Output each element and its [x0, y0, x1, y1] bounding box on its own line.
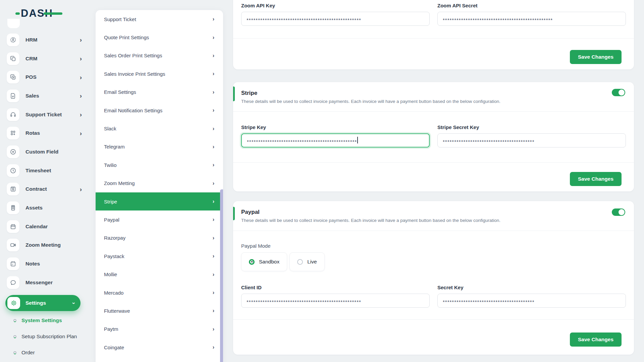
settings-menu-item-sales-order-print-settings[interactable]: Sales Order Print Settings ›: [96, 47, 223, 65]
zoom-api-key-label: Zoom API Key: [241, 3, 430, 8]
sidebar-item-rotas[interactable]: Rotas ›: [0, 124, 88, 142]
zoom-api-key-input[interactable]: ****************************************…: [241, 12, 430, 26]
panel-scrollbar[interactable]: [220, 189, 223, 362]
settings-menu-item-flutterwave[interactable]: Flutterwave ›: [96, 302, 223, 320]
settings-menu-item-sales-invoice-print-settings[interactable]: Sales Invoice Print Settings ›: [96, 65, 223, 83]
stripe-secret-key-label: Stripe Secret Key: [437, 124, 626, 130]
settings-menu-item-paypal[interactable]: Paypal ›: [96, 210, 223, 229]
settings-menu-item-coingate[interactable]: Coingate ›: [96, 338, 223, 356]
chevron-down-icon: ›: [71, 302, 77, 304]
sidebar-item-messenger[interactable]: Messenger ›: [0, 273, 88, 292]
chevron-right-icon: ›: [80, 55, 82, 62]
chevron-right-icon: ›: [80, 111, 82, 118]
menu-item-label: Telegram: [104, 144, 125, 149]
settings-menu-item-email-notification-settings[interactable]: Email Notification Settings ›: [96, 101, 223, 119]
chevron-right-icon: ›: [213, 217, 214, 222]
sidebar-item-crm[interactable]: CRM ›: [0, 49, 88, 68]
paypal-enabled-toggle[interactable]: [612, 208, 625, 216]
paypal-settings-card: Paypal These details will be used to col…: [233, 201, 634, 355]
chevron-right-icon: ›: [213, 71, 214, 76]
settings-menu-item-slack[interactable]: Slack ›: [96, 119, 223, 137]
sidebar-item-label: POS: [25, 74, 37, 80]
sidebar-item-label: Calendar: [25, 224, 48, 230]
sales-doc-icon: [7, 89, 19, 102]
stripe-secret-key-input[interactable]: ****************************************: [437, 133, 626, 147]
chevron-right-icon: ›: [213, 144, 214, 149]
sidebar-item-pos[interactable]: POS ›: [0, 68, 88, 86]
sidebar-item-custom-field[interactable]: Custom Field ›: [0, 142, 88, 161]
zoom-api-secret-input[interactable]: ****************************************…: [437, 12, 626, 26]
settings-menu-item-mercado[interactable]: Mercado ›: [96, 284, 223, 302]
sidebar-item-label: Rotas: [25, 130, 40, 136]
menu-item-label: Support Ticket: [104, 16, 136, 22]
submenu-item-setup-subscription-plan[interactable]: Setup Subscription Plan: [0, 328, 88, 345]
settings-menu-item-email-settings[interactable]: Email Settings ›: [96, 83, 223, 101]
card-title: Stripe: [241, 90, 626, 97]
sidebar-item-sales[interactable]: Sales ›: [0, 86, 88, 105]
stripe-enabled-toggle[interactable]: [612, 89, 625, 96]
sidebar-item-label: Contract: [25, 186, 47, 192]
toggle-knob: [619, 89, 625, 96]
mode-option-label: Sandbox: [259, 259, 279, 265]
settings-menu-item-zoom-metting[interactable]: Zoom Metting ›: [96, 174, 223, 192]
chevron-right-icon: ›: [80, 37, 82, 43]
chevron-right-icon: ›: [213, 108, 214, 113]
secret-key-label: Secret Key: [437, 285, 626, 290]
sidebar-item-label: Settings: [25, 300, 46, 306]
sidebar-item-notes[interactable]: Notes ›: [0, 254, 88, 273]
calendar-icon: [7, 220, 19, 233]
card-accent-bar: [233, 207, 235, 220]
settings-menu-item-stripe[interactable]: Stripe ›: [96, 192, 223, 210]
secret-key-input[interactable]: ****************************************: [437, 294, 626, 308]
menu-item-label: Paytm: [104, 326, 118, 332]
settings-menu-item-razorpay[interactable]: Razorpay ›: [96, 229, 223, 247]
chevron-right-icon: ›: [213, 162, 214, 168]
sidebar-item-timesheet[interactable]: Timesheet ›: [0, 161, 88, 180]
paypal-mode-label: Paypal Mode: [241, 243, 626, 249]
settings-submenu: System Settings Setup Subscription Plan …: [0, 312, 88, 361]
stripe-key-input[interactable]: ****************************************…: [241, 133, 430, 147]
card-accent-bar: [233, 86, 235, 101]
settings-menu-item-paytm[interactable]: Paytm ›: [96, 320, 223, 338]
radio-unchecked-icon[interactable]: [297, 259, 303, 265]
client-id-input[interactable]: ****************************************…: [241, 294, 430, 308]
save-changes-button[interactable]: Save Changes: [570, 172, 622, 186]
save-changes-button[interactable]: Save Changes: [570, 333, 622, 347]
settings-menu-item-support-ticket[interactable]: Support Ticket ›: [96, 10, 223, 28]
settings-menu-item-quote-print-settings[interactable]: Quote Print Settings ›: [96, 28, 223, 46]
settings-menu-item-skrill[interactable]: Skrill ›: [96, 356, 223, 362]
paypal-mode-sandbox-option[interactable]: Sandbox: [241, 252, 287, 271]
submenu-item-order[interactable]: Order: [0, 345, 88, 361]
zoom-settings-card: Zoom API Key ***************************…: [233, 0, 634, 69]
chevron-right-icon: ›: [213, 235, 214, 241]
sidebar-item-zoom-meeting[interactable]: Zoom Meeting ›: [0, 236, 88, 255]
paypal-mode-live-option[interactable]: Live: [289, 252, 324, 271]
settings-menu-item-paystack[interactable]: Paystack ›: [96, 247, 223, 265]
settings-menu-item-mollie[interactable]: Mollie ›: [96, 265, 223, 283]
plus-circle-icon: [7, 145, 19, 158]
submenu-item-system-settings[interactable]: System Settings: [0, 312, 88, 328]
logo-dash-left-icon: [15, 12, 20, 15]
sidebar-item-contract[interactable]: Contract ›: [0, 180, 88, 199]
radio-checked-icon[interactable]: [249, 259, 255, 265]
menu-item-label: Zoom Metting: [104, 180, 135, 186]
gear-icon: [7, 297, 20, 309]
sidebar-item-settings[interactable]: Settings ›: [5, 295, 80, 311]
sidebar-item-assets[interactable]: Assets ›: [0, 198, 88, 217]
sidebar-item-calendar[interactable]: Calendar ›: [0, 217, 88, 236]
settings-menu-item-twilio[interactable]: Twilio ›: [96, 156, 223, 174]
menu-item-label: Mollie: [104, 272, 117, 277]
sidebar-item-label: HRM: [25, 37, 37, 43]
sidebar-item-support-ticket[interactable]: Support Ticket ›: [0, 105, 88, 124]
sidebar-item-label: Zoom Meeting: [25, 242, 61, 248]
submenu-item-label: Setup Subscription Plan: [21, 334, 77, 340]
sidebar-item-label: Notes: [25, 261, 40, 267]
save-changes-button[interactable]: Save Changes: [570, 50, 622, 64]
crm-icon: [7, 52, 19, 65]
chevron-right-icon: ›: [213, 272, 214, 277]
chevron-right-icon: ›: [213, 199, 214, 204]
submenu-item-label: System Settings: [21, 317, 62, 323]
settings-menu-item-telegram[interactable]: Telegram ›: [96, 138, 223, 156]
sidebar-item-hrm[interactable]: HRM ›: [0, 31, 88, 49]
page: DASH HRM › CRM › POS › Sales › Support T…: [0, 0, 644, 362]
